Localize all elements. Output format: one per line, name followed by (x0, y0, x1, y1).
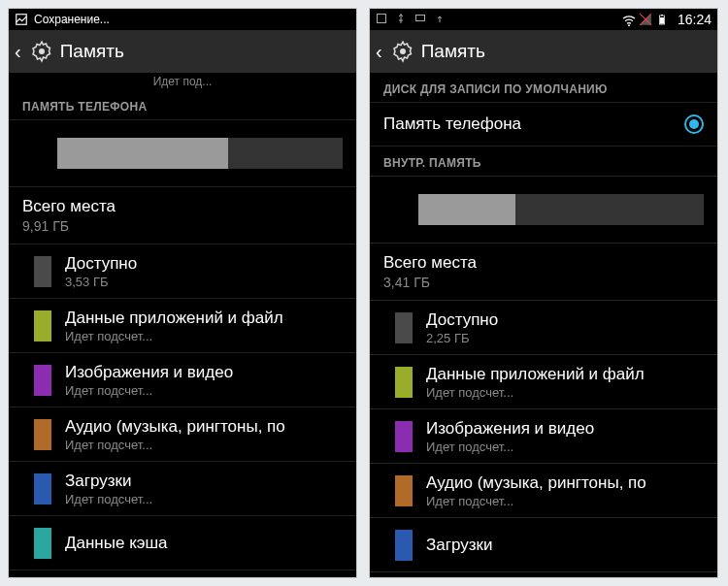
item-label: Изображения и видео (426, 419, 704, 439)
item-label: Доступно (65, 254, 343, 274)
item-subtext: Идет подсчет... (65, 492, 343, 506)
battery-icon (656, 13, 670, 26)
section-internal-memory: ВНУТР. ПАМЯТЬ (370, 146, 717, 177)
storage-bar (418, 194, 704, 225)
action-bar[interactable]: ‹ Память (370, 30, 717, 73)
message-icon (414, 13, 428, 26)
status-bar: 16:24 (370, 9, 717, 30)
phone-left: Сохранение... ‹ Память Идет под... ПАМЯТ… (8, 8, 357, 578)
action-bar[interactable]: ‹ Память (9, 30, 356, 73)
storage-item[interactable]: Доступно3,53 ГБ (9, 244, 356, 299)
item-subtext: Идет подсчет... (65, 383, 343, 398)
total-label: Всего места (22, 197, 343, 216)
storage-item[interactable]: Загрузки (370, 518, 717, 572)
color-swatch (395, 530, 413, 561)
storage-item[interactable]: Аудио (музыка, рингтоны, поИдет подсчет.… (370, 464, 717, 518)
color-swatch (34, 310, 51, 342)
svg-point-4 (628, 24, 630, 26)
status-saving-text: Сохранение... (34, 13, 110, 26)
item-label: Данные приложений и файл (65, 309, 343, 328)
svg-rect-7 (661, 15, 663, 16)
item-subtext: Идет подсчет... (65, 438, 343, 452)
item-label: Загрузки (426, 536, 704, 555)
back-icon[interactable]: ‹ (376, 41, 384, 63)
radio-button[interactable] (684, 114, 704, 134)
storage-item[interactable]: Доступно2,25 ГБ (370, 301, 717, 355)
storage-item[interactable]: Данные кэша (9, 516, 356, 570)
page-title: Память (421, 41, 485, 62)
item-label: Изображения и видео (65, 363, 343, 382)
upload-icon (434, 13, 447, 26)
phone-right: 16:24 ‹ Память ДИСК ДЛЯ ЗАПИСИ ПО УМОЛЧА… (369, 8, 718, 578)
item-subtext: Идет подсчет... (426, 440, 704, 454)
item-label: Аудио (музыка, рингтоны, по (426, 473, 704, 493)
usb-icon (395, 13, 409, 26)
svg-rect-0 (17, 15, 27, 25)
total-label: Всего места (383, 253, 704, 273)
storage-bar-container[interactable] (9, 120, 356, 187)
storage-item[interactable]: ЗагрузкиИдет подсчет... (9, 462, 356, 516)
color-swatch (34, 528, 51, 559)
color-swatch (395, 312, 413, 343)
storage-used-segment (57, 138, 228, 169)
storage-item[interactable]: Изображения и видеоИдет подсчет... (370, 409, 717, 464)
storage-item[interactable]: Изображения и видеоИдет подсчет... (9, 353, 356, 407)
total-space-row[interactable]: Всего места 9,91 ГБ (9, 187, 356, 244)
signal-icon (639, 13, 652, 26)
total-value: 9,91 ГБ (22, 218, 343, 234)
item-subtext: 3,53 ГБ (65, 275, 343, 289)
section-default-disk: ДИСК ДЛЯ ЗАПИСИ ПО УМОЛЧАНИЮ (370, 73, 717, 103)
svg-rect-3 (416, 16, 425, 21)
item-subtext: 2,25 ГБ (426, 331, 704, 345)
gear-icon (390, 39, 415, 64)
svg-rect-2 (378, 15, 386, 23)
item-subtext: Идет подсчет... (65, 329, 343, 343)
svg-rect-6 (660, 17, 664, 24)
color-swatch (34, 256, 51, 287)
color-swatch (395, 475, 413, 506)
svg-point-1 (39, 49, 45, 54)
item-label: Данные приложений и файл (426, 365, 704, 384)
radio-phone-memory[interactable]: Память телефона (370, 103, 717, 146)
item-label: Доступно (426, 310, 704, 330)
item-subtext: Идет подсчет... (426, 494, 704, 508)
back-icon[interactable]: ‹ (15, 41, 23, 63)
storage-bar (57, 138, 343, 169)
color-swatch (34, 473, 51, 505)
wifi-icon (621, 13, 635, 26)
image-icon (15, 13, 28, 26)
item-label: Загрузки (65, 472, 343, 491)
storage-item[interactable]: Данные приложений и файлИдет подсчет... (9, 299, 356, 353)
fade-text: Идет под... (9, 73, 356, 90)
total-value: 3,41 ГБ (383, 275, 704, 290)
color-swatch (395, 421, 413, 452)
storage-used-segment (418, 194, 515, 225)
total-space-row[interactable]: Всего места 3,41 ГБ (370, 244, 717, 301)
storage-item[interactable]: Данные приложений и файлИдет подсчет... (370, 355, 717, 409)
section-phone-memory: ПАМЯТЬ ТЕЛЕФОНА (9, 90, 356, 120)
storage-item[interactable]: Аудио (музыка, рингтоны, поИдет подсчет.… (9, 407, 356, 462)
status-time: 16:24 (678, 12, 711, 27)
item-subtext: Идет подсчет... (426, 385, 704, 400)
image-icon (376, 13, 389, 26)
status-bar: Сохранение... (9, 9, 356, 30)
radio-label: Память телефона (383, 114, 684, 134)
item-label: Аудио (музыка, рингтоны, по (65, 417, 343, 437)
color-swatch (34, 419, 51, 450)
svg-point-8 (400, 49, 406, 54)
gear-icon (29, 39, 54, 64)
storage-bar-container[interactable] (370, 177, 717, 244)
item-label: Данные кэша (65, 534, 343, 553)
page-title: Память (60, 41, 124, 62)
color-swatch (34, 365, 51, 396)
color-swatch (395, 367, 413, 398)
